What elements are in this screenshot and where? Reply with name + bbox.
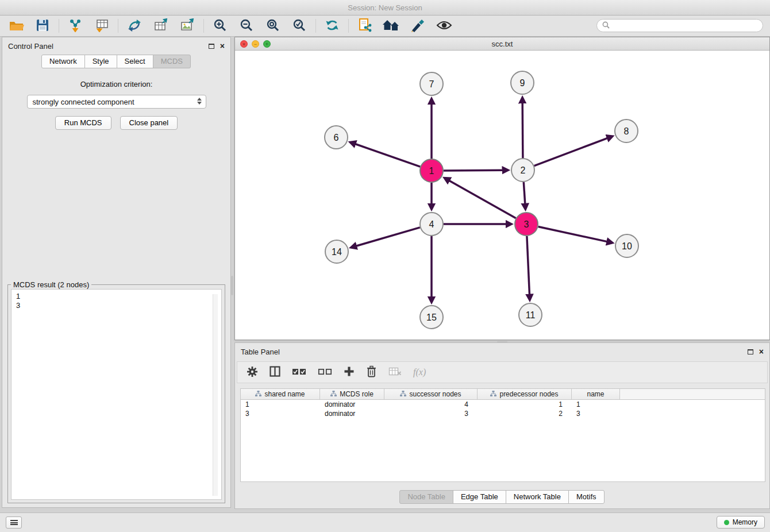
zoom-in-button[interactable] [211, 18, 229, 34]
graph-node-label: 11 [526, 310, 536, 320]
result-line: 1 [16, 292, 217, 301]
delete-table-button[interactable] [388, 367, 402, 378]
graph-node-3[interactable]: 3 [515, 213, 538, 236]
graph-edge-2-9[interactable] [522, 103, 523, 158]
close-panel-button-mcds[interactable]: Close panel [120, 116, 178, 130]
graph-edge-4-14[interactable] [356, 228, 420, 246]
graph-node-8[interactable]: 8 [615, 119, 638, 142]
graph-node-6[interactable]: 6 [325, 126, 348, 149]
cell-predecessor-nodes[interactable]: 2 [478, 410, 572, 418]
save-session-button[interactable] [34, 18, 51, 34]
houses-icon [382, 19, 401, 33]
table-settings-button[interactable] [247, 366, 258, 379]
show-columns-button[interactable] [270, 366, 280, 379]
close-panel-button[interactable]: × [220, 43, 225, 49]
import-network-button[interactable] [67, 18, 84, 34]
criterion-dropdown[interactable]: strongly connected component [27, 95, 206, 109]
search-input[interactable] [613, 22, 757, 30]
graph-edge-1-2[interactable] [444, 170, 503, 171]
close-table-panel-button[interactable]: × [759, 348, 764, 355]
tab-motifs[interactable]: Motifs [568, 490, 605, 504]
add-column-button[interactable] [344, 366, 355, 379]
apply-style-button[interactable] [409, 18, 426, 34]
result-scrollbar[interactable] [213, 294, 218, 496]
mcds-result-title: MCDS result (2 nodes) [11, 280, 91, 289]
open-file-button[interactable] [7, 18, 25, 34]
network-graph[interactable]: 7968124314101511 [235, 51, 769, 340]
table-row[interactable]: 3 dominator 3 2 3 [241, 409, 765, 418]
graph-edge-2-8[interactable] [534, 138, 608, 165]
graph-node-15[interactable]: 15 [420, 306, 443, 329]
zoom-out-button[interactable] [238, 18, 255, 34]
import-table-button[interactable] [93, 18, 110, 34]
maximize-window-icon[interactable] [263, 40, 271, 48]
mcds-result-list[interactable]: 1 3 [11, 289, 222, 500]
cell-mcds-role[interactable]: dominator [320, 400, 384, 408]
cell-name[interactable]: 3 [572, 410, 620, 418]
export-image-button[interactable] [179, 18, 196, 34]
float-table-panel-button[interactable] [748, 348, 753, 356]
tab-node-table[interactable]: Node Table [399, 490, 453, 504]
graph-node-2[interactable]: 2 [511, 159, 534, 182]
graph-edge-1-6[interactable] [355, 144, 420, 167]
tab-style[interactable]: Style [84, 55, 117, 68]
cell-predecessor-nodes[interactable]: 1 [478, 400, 572, 408]
tab-network[interactable]: Network [41, 55, 85, 68]
cell-name[interactable]: 1 [572, 400, 620, 408]
zoom-selected-button[interactable] [291, 18, 308, 34]
refresh-button[interactable] [324, 18, 341, 34]
graph-node-9[interactable]: 9 [511, 71, 534, 94]
new-network-button[interactable] [126, 18, 143, 34]
graph-node-7[interactable]: 7 [420, 72, 443, 95]
checked-boxes-icon [292, 368, 306, 377]
deselect-all-button[interactable] [318, 368, 332, 377]
tab-network-table[interactable]: Network Table [506, 490, 569, 504]
graph-edge-3-10[interactable] [538, 227, 607, 242]
task-history-button[interactable] [6, 516, 22, 529]
first-neighbors-button[interactable] [383, 18, 400, 34]
export-network-doc-button[interactable] [356, 18, 374, 34]
delete-column-button[interactable] [366, 365, 377, 379]
zoom-selected-icon [292, 18, 306, 34]
float-icon [209, 44, 214, 49]
graph-node-1[interactable]: 1 [420, 159, 443, 182]
graph-node-label: 9 [520, 78, 525, 88]
float-panel-button[interactable] [209, 42, 214, 51]
column-header-name[interactable]: name [572, 389, 620, 399]
table-row[interactable]: 1 dominator 4 1 1 [241, 400, 765, 409]
column-header-shared-name[interactable]: shared name [241, 389, 320, 399]
cell-shared-name[interactable]: 1 [241, 400, 320, 408]
select-all-button[interactable] [292, 368, 306, 377]
tab-select[interactable]: Select [117, 55, 153, 68]
cell-shared-name[interactable]: 3 [241, 410, 320, 418]
memory-button[interactable]: Memory [717, 516, 765, 529]
graph-node-4[interactable]: 4 [420, 213, 443, 236]
tab-mcds[interactable]: MCDS [153, 55, 191, 68]
tab-edge-table[interactable]: Edge Table [453, 490, 506, 504]
statusbar: Memory [0, 512, 770, 532]
close-window-icon[interactable] [240, 40, 248, 48]
zoom-fit-button[interactable] [264, 18, 282, 34]
minimize-window-icon[interactable] [252, 40, 259, 48]
vertical-scrollbar-thumb[interactable] [231, 276, 233, 295]
delete-table-icon [388, 367, 402, 378]
column-header-predecessor-nodes[interactable]: predecessor nodes [478, 389, 572, 399]
graph-edge-3-11[interactable] [527, 236, 530, 295]
network-canvas[interactable]: 7968124314101511 [235, 51, 769, 340]
graph-node-10[interactable]: 10 [615, 234, 638, 257]
graph-edge-3-1[interactable] [449, 180, 516, 218]
graph-node-11[interactable]: 11 [519, 303, 542, 326]
show-hide-button[interactable] [436, 18, 453, 34]
function-builder-button[interactable]: f(x) [413, 367, 426, 377]
zoom-in-icon [213, 18, 227, 34]
export-table-button[interactable] [152, 18, 170, 34]
column-header-successor-nodes[interactable]: successor nodes [384, 389, 478, 399]
run-mcds-button[interactable]: Run MCDS [55, 116, 111, 130]
control-panel-header: Control Panel × [2, 37, 230, 55]
cell-successor-nodes[interactable]: 3 [384, 410, 478, 418]
cell-successor-nodes[interactable]: 4 [384, 400, 478, 408]
column-header-mcds-role[interactable]: MCDS role [320, 389, 384, 399]
graph-edge-2-3[interactable] [523, 182, 525, 204]
cell-mcds-role[interactable]: dominator [320, 410, 384, 418]
graph-node-14[interactable]: 14 [325, 240, 348, 263]
